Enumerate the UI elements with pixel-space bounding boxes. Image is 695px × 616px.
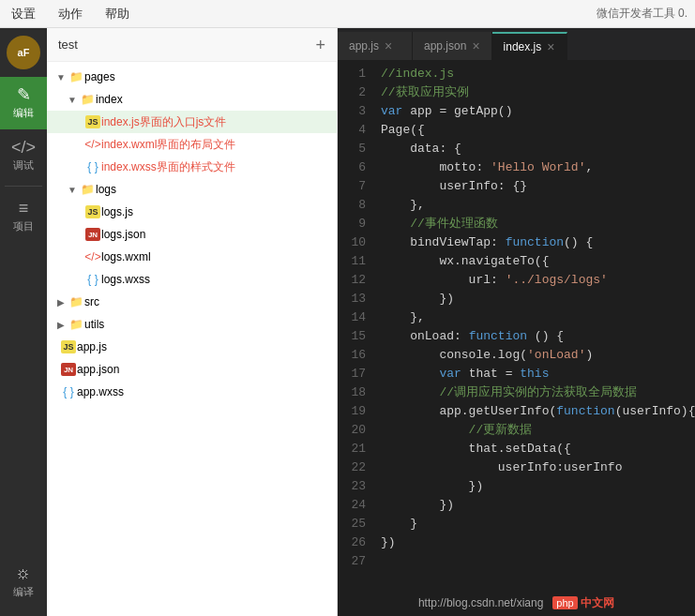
tab-index-js[interactable]: index.js × (492, 32, 567, 60)
tab-label-app-json: app.json (424, 39, 466, 53)
file-tree-add-button[interactable]: + (315, 37, 325, 53)
file-tree-panel: test + ▼ 📁 pages ▼ 📁 index JS (47, 28, 338, 616)
code-line-1: 1 //index.js (338, 65, 695, 83)
line-num-6: 6 (338, 158, 377, 177)
code-line-20: 20 //更新数据 (338, 421, 695, 440)
tree-item-logs-wxml[interactable]: </> logs.wxml (47, 246, 337, 268)
folder-icon-pages: 📁 (68, 70, 84, 83)
tree-item-pages[interactable]: ▼ 📁 pages (47, 66, 337, 88)
menu-left: 设置 动作 帮助 (8, 4, 133, 24)
line-content-19: app.getUserInfo(function(userInfo){ (377, 402, 695, 421)
tree-item-logs-js[interactable]: JS logs.js (47, 201, 337, 223)
wxss-icon-app: { } (60, 385, 77, 398)
code-line-19: 19 app.getUserInfo(function(userInfo){ (338, 402, 695, 421)
menu-settings[interactable]: 设置 (8, 4, 39, 24)
line-content-23: }) (377, 477, 695, 496)
code-line-16: 16 console.log('onLoad') (338, 346, 695, 365)
line-num-3: 3 (338, 102, 377, 121)
line-content-12: url: '../logs/logs' (377, 271, 695, 290)
line-content-24: }) (377, 496, 695, 515)
label-pages: pages (84, 70, 115, 83)
line-content-13: }) (377, 290, 695, 308)
line-num-21: 21 (338, 440, 377, 458)
code-line-7: 7 userInfo: {} (338, 177, 695, 196)
line-num-5: 5 (338, 140, 377, 158)
js-icon-app: JS (60, 340, 77, 353)
line-num-16: 16 (338, 346, 377, 365)
menu-actions[interactable]: 动作 (54, 4, 86, 24)
line-content-7: userInfo: {} (377, 177, 695, 196)
sidebar-label-debug: 调试 (13, 158, 34, 173)
arrow-utils: ▶ (54, 320, 68, 330)
code-line-12: 12 url: '../logs/logs' (338, 271, 695, 290)
avatar[interactable]: aF (7, 36, 40, 69)
editor-panel: app.js × app.json × index.js × 1 //index… (338, 28, 695, 616)
label-logs-wxml: logs.wxml (101, 250, 151, 263)
line-num-15: 15 (338, 327, 377, 346)
line-num-11: 11 (338, 252, 377, 271)
tab-close-app-json[interactable]: × (472, 38, 479, 53)
label-utils: utils (84, 318, 104, 331)
code-line-17: 17 var that = this (338, 365, 695, 383)
code-line-9: 9 //事件处理函数 (338, 215, 695, 233)
sidebar-item-compile[interactable]: ⛭ 编译 (0, 558, 47, 608)
tree-item-index[interactable]: ▼ 📁 index (47, 88, 337, 111)
sidebar-item-project[interactable]: ≡ 项目 (0, 190, 47, 243)
tree-item-app-json[interactable]: JN app.json (47, 358, 337, 381)
label-index-wxml: index.wxml界面的布局文件 (101, 137, 235, 153)
line-num-10: 10 (338, 233, 377, 252)
wxml-icon-logs: </> (84, 250, 101, 263)
label-app-js: app.js (77, 340, 107, 353)
label-src: src (84, 295, 99, 308)
tree-item-logs-wxss[interactable]: { } logs.wxss (47, 268, 337, 291)
sidebar-item-edit[interactable]: ✎ 编辑 (0, 77, 47, 129)
tree-item-utils[interactable]: ▶ 📁 utils (47, 313, 337, 336)
line-content-1: //index.js (377, 65, 695, 83)
line-num-25: 25 (338, 515, 377, 533)
tree-item-logs-json[interactable]: JN logs.json (47, 223, 337, 246)
line-num-18: 18 (338, 383, 377, 402)
tree-item-index-wxss[interactable]: { } index.wxss界面的样式文件 (47, 156, 337, 178)
tab-app-js[interactable]: app.js × (338, 32, 413, 60)
code-line-23: 23 }) (338, 477, 695, 496)
arrow-pages: ▼ (54, 72, 68, 83)
line-num-20: 20 (338, 421, 377, 440)
code-line-15: 15 onLoad: function () { (338, 327, 695, 346)
arrow-src: ▶ (54, 297, 68, 308)
label-logs-js: logs.js (101, 205, 133, 218)
tree-item-app-wxss[interactable]: { } app.wxss (47, 381, 337, 403)
label-logs: logs (96, 183, 116, 196)
line-content-21: that.setData({ (377, 440, 695, 458)
line-num-8: 8 (338, 196, 377, 215)
tab-close-app-js[interactable]: × (385, 38, 392, 53)
code-line-13: 13 }) (338, 290, 695, 308)
menu-help[interactable]: 帮助 (101, 4, 133, 24)
sidebar-item-debug[interactable]: </> 调试 (0, 129, 47, 182)
line-content-10: bindViewTap: function() { (377, 233, 695, 252)
code-line-5: 5 data: { (338, 140, 695, 158)
code-line-18: 18 //调用应用实例的方法获取全局数据 (338, 383, 695, 402)
wxss-icon-index: { } (84, 160, 101, 173)
sidebar-icons: aF ✎ 编辑 </> 调试 ≡ 项目 ⛭ 编译 (0, 28, 47, 616)
code-line-21: 21 that.setData({ (338, 440, 695, 458)
code-line-6: 6 motto: 'Hello World', (338, 158, 695, 177)
code-line-11: 11 wx.navigateTo({ (338, 252, 695, 271)
js-icon-logs: JS (84, 205, 101, 218)
line-content-4: Page({ (377, 121, 695, 140)
file-tree-header: test + (47, 28, 337, 62)
wxss-icon-logs: { } (84, 273, 101, 286)
line-content-2: //获取应用实例 (377, 83, 695, 102)
line-num-12: 12 (338, 271, 377, 290)
tree-item-src[interactable]: ▶ 📁 src (47, 291, 337, 313)
tab-close-index-js[interactable]: × (547, 39, 554, 54)
code-line-8: 8 }, (338, 196, 695, 215)
tree-item-app-js[interactable]: JS app.js (47, 336, 337, 358)
tree-item-index-wxml[interactable]: </> index.wxml界面的布局文件 (47, 133, 337, 156)
line-content-8: }, (377, 196, 695, 215)
tree-item-index-js[interactable]: JS index.js界面的入口js文件 (47, 111, 337, 133)
tab-app-json[interactable]: app.json × (413, 32, 492, 60)
code-area[interactable]: 1 //index.js 2 //获取应用实例 3 var app = getA… (338, 61, 695, 590)
label-index: index (96, 93, 123, 106)
tree-item-logs[interactable]: ▼ 📁 logs (47, 178, 337, 201)
code-line-2: 2 //获取应用实例 (338, 83, 695, 102)
